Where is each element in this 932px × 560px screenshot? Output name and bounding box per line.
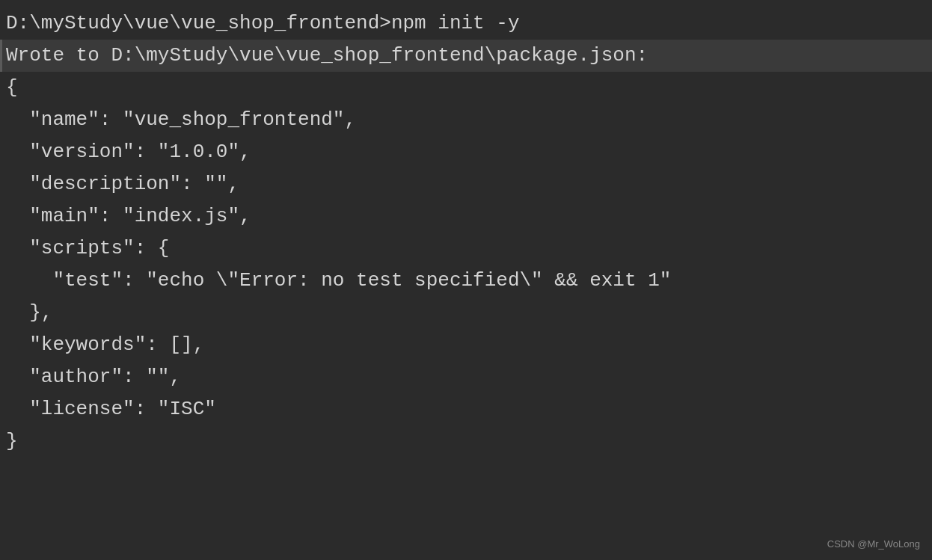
terminal-line-9: "test": "echo \"Error: no test specified… — [0, 265, 932, 297]
watermark-text: CSDN @Mr_WoLong — [827, 538, 920, 550]
terminal-window: D:\myStudy\vue\vue_shop_frontend>npm ini… — [0, 0, 932, 560]
terminal-line-2: Wrote to D:\myStudy\vue\vue_shop_fronten… — [0, 40, 932, 72]
terminal-line-3: { — [0, 72, 932, 104]
terminal-line-1: D:\myStudy\vue\vue_shop_frontend>npm ini… — [0, 7, 932, 40]
terminal-line-11: "keywords": [], — [0, 329, 932, 361]
terminal-line-12: "author": "", — [0, 361, 932, 393]
terminal-line-5: "version": "1.0.0", — [0, 136, 932, 168]
terminal-line-6: "description": "", — [0, 168, 932, 200]
terminal-line-8: "scripts": { — [0, 233, 932, 265]
terminal-line-10: }, — [0, 297, 932, 329]
terminal-line-13: "license": "ISC" — [0, 393, 932, 425]
terminal-line-7: "main": "index.js", — [0, 200, 932, 233]
terminal-line-14: } — [0, 425, 932, 458]
terminal-line-4: "name": "vue_shop_frontend", — [0, 104, 932, 136]
